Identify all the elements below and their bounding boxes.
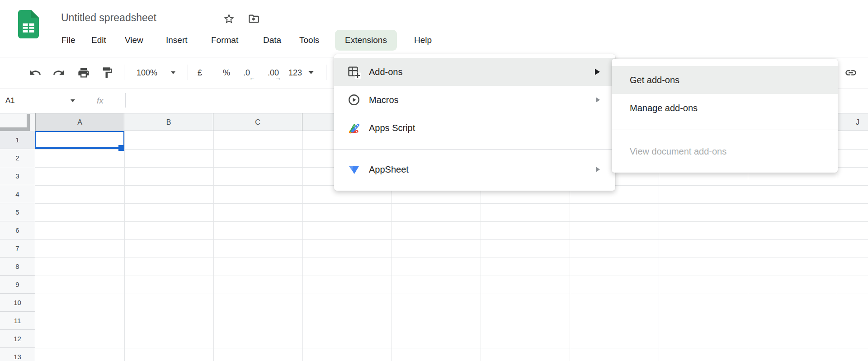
name-box[interactable]: A1 [5,89,15,113]
submenu-arrow-icon [596,97,600,103]
apps-script-icon [346,120,362,136]
fill-handle[interactable] [118,145,124,151]
menu-item-appsheet[interactable]: AppSheet [334,155,615,183]
toolbar-divider [326,65,326,80]
menubar-item-tools[interactable]: Tools [292,30,326,51]
addons-icon [346,64,362,80]
menu-item-macros[interactable]: Macros [334,86,615,114]
number-format-caret-icon[interactable] [308,71,314,74]
sheets-logo-icon[interactable] [18,10,39,39]
menubar-item-help[interactable]: Help [407,30,439,51]
row-header-6[interactable]: 6 [0,221,35,239]
grid-row-line [35,294,868,294]
menubar-item-data[interactable]: Data [256,30,288,51]
macros-play-icon [346,92,362,108]
zoom-select[interactable]: 100% [137,57,157,89]
currency-format-button[interactable]: £ [198,57,202,89]
column-header-j[interactable]: J [837,113,868,131]
appsheet-icon [346,162,362,177]
row-header-12[interactable]: 12 [0,330,35,348]
row-header-5[interactable]: 5 [0,203,35,221]
row-header-4[interactable]: 4 [0,185,35,203]
menu-item-manage-add-ons[interactable]: Manage add-ons [612,94,838,122]
menu-item-label: Macros [369,95,596,105]
toolbar-divider [124,65,124,80]
menubar-item-file[interactable]: File [55,30,82,51]
grid-row-line [35,203,868,204]
link-icon[interactable] [844,66,857,79]
zoom-caret-icon[interactable] [171,71,175,74]
increase-decimal-arrow-icon: → [275,74,281,82]
column-header-a[interactable]: A [35,113,124,131]
row-header-2[interactable]: 2 [0,149,35,167]
google-sheets-window: Untitled spreadsheet FileEditViewInsertF… [0,0,868,361]
undo-icon[interactable] [29,66,42,79]
submenu-arrow-icon [596,167,600,172]
column-header-c[interactable]: C [213,113,302,131]
grid-row-line [35,330,868,330]
menu-item-view-document-add-ons[interactable]: View document add-ons [612,137,838,165]
menu-item-get-add-ons[interactable]: Get add-ons [612,66,838,94]
grid-column-line [302,131,303,361]
number-format-button[interactable]: 123 [288,57,302,89]
toolbar-divider [188,65,188,80]
menu-item-add-ons[interactable]: Add-ons [334,58,615,86]
corner-edge [0,127,30,131]
menubar-item-extensions[interactable]: Extensions [335,30,397,51]
formula-bar-divider [87,94,87,107]
row-header-1[interactable]: 1 [0,131,35,149]
increase-decimal-button[interactable]: .00 [268,57,279,89]
paint-format-icon[interactable] [101,66,113,79]
grid-column-line [124,131,125,361]
row-header-8[interactable]: 8 [0,258,35,276]
menubar-item-edit[interactable]: Edit [85,30,113,51]
decrease-decimal-arrow-icon: ← [249,74,255,82]
addons-submenu: Get add-onsManage add-onsView document a… [612,59,838,173]
column-header-b[interactable]: B [124,113,213,131]
selected-cell-outline[interactable] [35,131,124,149]
menubar-item-view[interactable]: View [118,30,150,51]
document-title[interactable]: Untitled spreadsheet [61,12,156,24]
grid-row-line [35,239,868,240]
row-header-13[interactable]: 13 [0,348,35,361]
grid-row-line [35,348,868,348]
grid-row-line [35,221,868,222]
decrease-decimal-button[interactable]: .0 [243,57,250,89]
row-header-9[interactable]: 9 [0,276,35,294]
percent-format-button[interactable]: % [223,57,230,89]
row-header-11[interactable]: 11 [0,312,35,330]
submenu-arrow-icon [595,69,600,75]
menu-item-label: Apps Script [369,123,600,133]
redo-icon[interactable] [52,66,65,79]
fx-label: fx [97,89,104,113]
menu-divider [334,149,615,150]
menu-item-label: Add-ons [369,67,595,77]
star-icon[interactable] [223,13,235,25]
menubar-item-insert[interactable]: Insert [159,30,194,51]
row-header-3[interactable]: 3 [0,167,35,185]
row-header-7[interactable]: 7 [0,239,35,258]
grid-column-line [213,131,214,361]
menubar-item-format[interactable]: Format [204,30,245,51]
menu-divider [612,130,838,130]
print-icon[interactable] [77,66,90,79]
menu-item-apps-script[interactable]: Apps Script [334,114,615,142]
grid-row-line [35,258,868,258]
grid-row-line [35,276,868,276]
formula-input-cursor[interactable] [125,93,126,108]
name-box-caret-icon[interactable] [71,99,75,102]
extensions-menu: Add-onsMacrosApps ScriptAppSheet [334,54,615,191]
move-folder-icon[interactable] [248,13,260,25]
menu-item-label: AppSheet [369,164,596,175]
row-header-10[interactable]: 10 [0,294,35,312]
grid-row-line [35,312,868,312]
